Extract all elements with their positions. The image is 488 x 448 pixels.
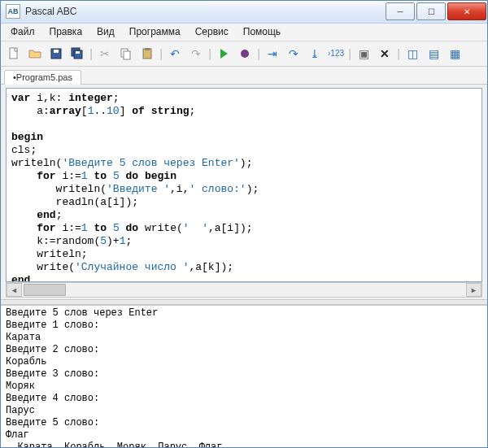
window-arrange-button[interactable]: ▦ — [445, 44, 464, 63]
stop-button[interactable] — [235, 44, 255, 63]
tab-program5[interactable]: •Program5.pas — [4, 70, 81, 85]
code-token: writeln; — [11, 248, 88, 260]
scroll-thumb[interactable] — [24, 284, 66, 296]
horizontal-scrollbar[interactable]: ◄ ► — [6, 282, 482, 298]
code-token: readln(a[i]); — [11, 196, 138, 208]
code-token: writeln( — [11, 157, 62, 169]
cut-button[interactable]: ✂ — [95, 44, 115, 63]
code-token: 'Введите ' — [107, 183, 170, 195]
code-token: string — [151, 105, 190, 117]
output-line: Корабль — [6, 356, 46, 368]
code-token: for — [37, 222, 55, 234]
code-token: 1 — [81, 222, 88, 234]
output-line: Введите 5 слов через Enter — [6, 307, 158, 319]
redo-button[interactable]: ↷ — [186, 44, 206, 63]
output-line: Моряк — [6, 381, 35, 392]
menu-service[interactable]: Сервис — [189, 24, 235, 39]
code-token: 5 — [113, 170, 120, 182]
code-token — [107, 222, 113, 234]
code-token — [138, 170, 145, 182]
svg-rect-0 — [10, 48, 17, 59]
app-icon: AB — [6, 4, 20, 19]
code-token: i:= — [56, 222, 81, 234]
code-token: 5 — [100, 235, 107, 247]
code-token: i:= — [56, 170, 81, 182]
svg-rect-7 — [124, 51, 130, 59]
step-into-button[interactable]: ⇥ — [263, 44, 282, 63]
code-token: to — [94, 170, 107, 182]
menu-help[interactable]: Помощь — [237, 24, 287, 39]
menu-edit[interactable]: Правка — [43, 24, 89, 39]
code-token: write( — [138, 222, 183, 234]
code-token: k:=random( — [11, 235, 100, 247]
close-button[interactable]: ✕ — [447, 2, 486, 20]
code-token: ,i, — [170, 183, 189, 195]
minimize-button[interactable]: ─ — [386, 2, 415, 20]
code-token: ; — [190, 105, 196, 117]
window-cascade-button[interactable]: ▤ — [424, 44, 443, 63]
code-token: end — [11, 274, 30, 282]
output-line: Введите 2 слово: — [6, 344, 99, 355]
code-token: )+ — [107, 235, 120, 247]
code-token — [120, 170, 126, 182]
new-file-button[interactable] — [4, 44, 24, 63]
code-token: begin — [11, 131, 43, 143]
menubar: Файл Правка Вид Программа Сервис Помощь — [1, 24, 487, 41]
watch-button[interactable]: ›123 — [326, 44, 346, 63]
undo-button[interactable]: ↶ — [165, 44, 185, 63]
code-token — [11, 170, 37, 182]
save-all-button[interactable] — [68, 44, 87, 63]
code-token: write( — [11, 261, 75, 273]
code-token: ); — [246, 183, 259, 195]
code-token: 10 — [107, 105, 120, 117]
tab-strip: •Program5.pas — [1, 67, 487, 85]
code-token: 'Случайное число ' — [75, 261, 189, 273]
window-tile-button[interactable]: ◫ — [403, 44, 422, 63]
maximize-button[interactable]: ☐ — [416, 2, 446, 20]
code-token: cls; — [11, 144, 37, 156]
code-token: ; — [113, 92, 120, 104]
output-line: Введите 5 слово: — [6, 417, 99, 428]
separator: | — [347, 45, 352, 63]
separator: | — [256, 45, 261, 63]
code-blank — [11, 118, 18, 130]
menu-program[interactable]: Программа — [123, 24, 187, 39]
run-button[interactable] — [214, 44, 233, 63]
output-pane[interactable]: Введите 5 слов через Enter Введите 1 сло… — [1, 305, 487, 447]
menu-view[interactable]: Вид — [90, 24, 121, 39]
svg-rect-5 — [76, 51, 80, 54]
output-line: Карата Корабль Моряк Парус Флаг — [6, 441, 222, 447]
scroll-left-button[interactable]: ◄ — [7, 283, 22, 297]
titlebar[interactable]: AB Pascal ABC ─ ☐ ✕ — [1, 1, 487, 24]
code-token: . — [30, 274, 37, 282]
window-controls: ─ ☐ ✕ — [385, 2, 487, 20]
clear-output-button[interactable]: ✕ — [375, 44, 394, 63]
code-token: i,k: — [30, 92, 68, 104]
run-to-cursor-button[interactable]: ⤓ — [305, 44, 325, 63]
step-over-button[interactable]: ↷ — [284, 44, 303, 63]
splitter[interactable] — [1, 299, 487, 305]
paste-button[interactable] — [137, 44, 157, 63]
code-token: ); — [240, 157, 253, 169]
code-token — [145, 105, 151, 117]
code-token: begin — [145, 170, 176, 182]
code-token: ] — [120, 105, 133, 117]
code-token: var — [11, 92, 30, 104]
code-editor[interactable]: var i,k: integer; a:array[1..10] of stri… — [6, 88, 482, 282]
output-line: Введите 3 слово: — [6, 368, 99, 380]
save-button[interactable] — [46, 44, 66, 63]
menu-file[interactable]: Файл — [4, 24, 41, 39]
code-token: ; — [125, 235, 132, 247]
open-file-button[interactable] — [25, 44, 45, 63]
code-token: ; — [56, 209, 63, 221]
code-token: 1 — [81, 170, 88, 182]
output-line: Карата — [6, 332, 41, 343]
code-token: a: — [11, 105, 50, 117]
separator: | — [207, 45, 212, 63]
toggle-breakpoint-button[interactable]: ▣ — [354, 44, 373, 63]
code-token: to — [94, 222, 107, 234]
code-token — [11, 209, 37, 221]
code-token: ' слово:' — [189, 183, 246, 195]
scroll-right-button[interactable]: ► — [466, 283, 481, 297]
copy-button[interactable] — [116, 44, 136, 63]
